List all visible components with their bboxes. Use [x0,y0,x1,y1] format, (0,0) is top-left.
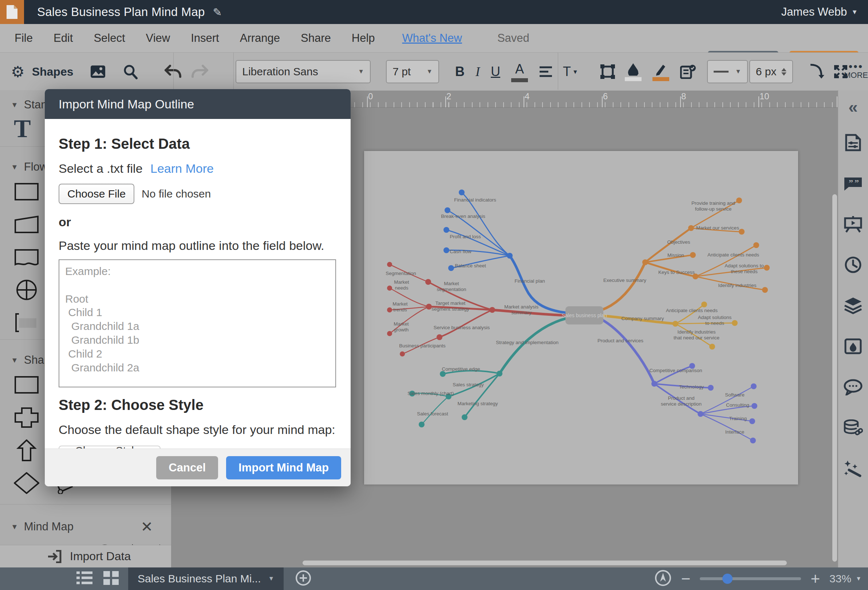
layers-icon[interactable] [844,293,862,318]
node-label[interactable]: Sales monthly (chart) [407,391,454,396]
node-label[interactable]: Competitive comparison [650,368,702,373]
menu-arrange[interactable]: Arrange [240,32,280,45]
document-title[interactable]: Sales Business Plan Mind Map [37,5,205,19]
import-mind-map-button[interactable]: Import Mind Map [226,456,341,480]
shape-or[interactable] [14,279,39,301]
curved-line-icon[interactable] [809,63,825,80]
node-label[interactable]: Business participants [399,343,446,349]
page-settings-icon[interactable] [845,130,861,155]
menu-select[interactable]: Select [94,32,125,45]
dialog-title-bar[interactable]: Import Mind Map Outline [45,89,351,119]
node-label[interactable]: Segmentation [385,271,416,276]
node-label[interactable]: Financial plan [514,278,545,284]
page-artboard[interactable]: Sales business plan Financial indicators… [364,151,798,484]
shape-text[interactable]: T [14,117,39,140]
node-label[interactable]: Product and services [598,338,644,343]
shape-rect2[interactable] [14,374,39,396]
node-label[interactable]: Adapt solutionsto needs [698,315,732,326]
align-icon[interactable] [539,66,553,78]
node-label[interactable]: Objectives [667,239,690,245]
node-label[interactable]: Training [729,416,747,421]
app-logo[interactable] [0,0,24,24]
page-tab[interactable]: Sales Business Plan Mi... ▼ [128,568,283,590]
line-color-button[interactable] [652,63,669,81]
node-label[interactable]: Financial indicators [454,197,496,203]
node-label[interactable]: Identify industries [718,282,756,288]
node-label[interactable]: Technology [679,384,704,390]
import-data-button[interactable]: Import Data [0,545,171,568]
node-label[interactable]: Company summary [621,316,664,321]
underline-button[interactable]: U [491,64,500,79]
node-label[interactable]: Identify industriesthat need our service [673,329,719,340]
zoom-in-button[interactable]: + [810,573,820,584]
shape-process[interactable] [14,181,39,203]
node-label[interactable]: Marketgrowth [394,321,409,333]
font-size-select[interactable]: 7 pt▼ [386,60,439,83]
shape-diamond[interactable] [14,472,39,494]
section-mind-map[interactable]: ▼ Mind Map ✕ [0,511,171,539]
redo-icon[interactable] [191,65,209,79]
insert-image-icon[interactable] [90,65,106,79]
line-width-stepper[interactable]: 6 px [749,60,793,83]
menu-edit[interactable]: Edit [53,32,73,45]
node-label[interactable]: Anticipate clients needs [707,252,759,257]
horizontal-scrollbar[interactable] [303,561,787,565]
node-label[interactable]: Consulting [726,402,749,408]
zoom-out-button[interactable]: − [681,573,691,584]
choose-file-button[interactable]: Choose File [59,184,134,204]
node-label[interactable]: Mission [667,252,684,258]
shape-frame-icon[interactable] [600,64,615,79]
magic-wand-icon[interactable] [844,456,862,481]
pan-mode-icon[interactable] [654,569,672,588]
node-label[interactable]: Profit and loss [450,234,481,239]
outline-textarea[interactable]: Example: Root Child 1 Grandchild 1a Gran… [59,259,336,387]
add-page-button[interactable] [295,570,311,587]
user-menu[interactable]: James Webb ▼ [781,0,858,24]
comments-icon[interactable] [844,375,862,399]
shape-arrow-up[interactable] [14,439,39,461]
fill-color-button[interactable] [625,63,642,81]
menu-help[interactable]: Help [352,32,375,45]
line-style-select[interactable]: ▼ [707,60,748,83]
edit-title-icon[interactable]: ✎ [213,6,222,19]
grid-view-icon[interactable] [103,571,119,586]
zoom-slider[interactable] [700,577,801,580]
vertical-scrollbar[interactable] [832,194,837,562]
node-label[interactable]: Provide training andfollow-up service [691,200,735,212]
node-label[interactable]: Software [725,392,744,397]
node-label[interactable]: Break-even analysis [441,213,485,219]
node-label[interactable]: Cash flow [450,249,471,254]
node-label[interactable]: Executive summary [603,278,646,283]
node-label[interactable]: Markettrends [393,301,408,312]
node-label[interactable]: Marketneeds [394,280,409,291]
menu-file[interactable]: File [15,32,33,45]
node-label[interactable]: Anticipate clients needs [666,308,717,313]
node-label[interactable]: Target marketsegment strategy [431,300,469,312]
theme-icon[interactable] [844,334,862,359]
node-label[interactable]: Sales forecast [417,411,448,416]
text-options-button[interactable]: T▼ [563,64,578,79]
node-label[interactable]: Product andservice description [661,396,702,407]
node-label[interactable]: Market our services [696,225,739,231]
history-icon[interactable] [844,252,862,277]
bold-button[interactable]: B [455,64,465,79]
text-color-button[interactable]: A [511,62,528,82]
node-label[interactable]: Balance sheet [455,263,486,268]
fullscreen-icon[interactable] [832,63,849,80]
learn-more-link[interactable]: Learn More [151,162,214,175]
node-label[interactable]: Marketing strategy [457,401,498,406]
search-icon[interactable] [123,64,138,79]
close-icon[interactable]: ✕ [140,518,153,535]
menu-insert[interactable]: Insert [191,32,219,45]
data-linking-icon[interactable] [843,415,863,440]
menu-view[interactable]: View [146,32,170,45]
node-label[interactable]: Interface [725,429,745,435]
stepper-arrows[interactable] [781,68,787,76]
gear-icon[interactable]: ⚙ [11,63,25,81]
zoom-slider-knob[interactable] [722,574,732,584]
node-label[interactable]: Keys to Success [658,269,695,275]
font-family-select[interactable]: Liberation Sans▼ [236,60,371,83]
node-label[interactable]: Service business analysis [434,325,490,330]
whats-new-link[interactable]: What's New [402,32,462,45]
cancel-button[interactable]: Cancel [156,456,218,480]
